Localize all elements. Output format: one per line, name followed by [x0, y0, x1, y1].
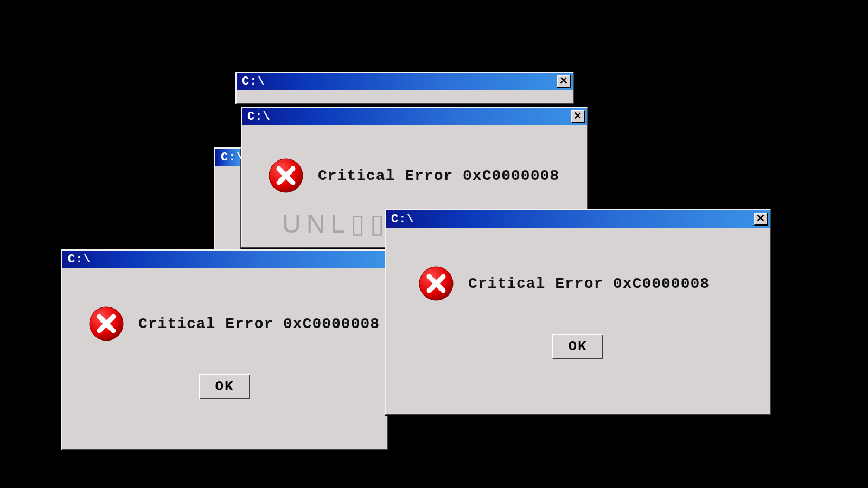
titlebar[interactable]: C:\ [386, 210, 770, 228]
close-button[interactable] [557, 75, 571, 88]
error-message: Critical Error 0xC0000008 [468, 275, 710, 292]
titlebar[interactable]: C:\ [62, 251, 387, 268]
error-dialog: C:\ [214, 147, 241, 251]
error-icon [268, 158, 304, 194]
error-message: Critical Error 0xC0000008 [318, 168, 559, 184]
error-icon [88, 306, 124, 342]
error-dialog: C:\ [235, 72, 574, 104]
dialog-body: Critical Error 0xC0000008 [386, 228, 770, 312]
ok-button[interactable]: OK [199, 374, 250, 399]
titlebar[interactable]: C:\ [215, 149, 240, 166]
window-title: C:\ [242, 75, 265, 88]
error-icon [418, 266, 454, 301]
error-dialog: C:\ Critical Error 0xC0000008 OK [61, 249, 388, 450]
error-dialog: C:\ Critical Error 0xC0000008 [385, 209, 771, 415]
window-title: C:\ [247, 110, 271, 124]
close-icon [560, 76, 567, 87]
dialog-body: Critical Error 0xC0000008 [62, 268, 387, 352]
close-button[interactable] [754, 213, 768, 226]
close-button[interactable] [571, 110, 585, 123]
button-row: OK [62, 352, 387, 415]
titlebar[interactable]: C:\ [242, 108, 587, 125]
close-icon [574, 112, 582, 122]
titlebar[interactable]: C:\ [237, 73, 573, 90]
window-title: C:\ [68, 253, 91, 266]
close-icon [757, 214, 764, 224]
error-message: Critical Error 0xC0000008 [138, 316, 380, 332]
dialog-body: Critical Error 0xC0000008 [242, 125, 587, 204]
window-title: C:\ [391, 213, 414, 226]
ok-button[interactable]: OK [552, 334, 603, 359]
button-row: OK [386, 312, 770, 375]
